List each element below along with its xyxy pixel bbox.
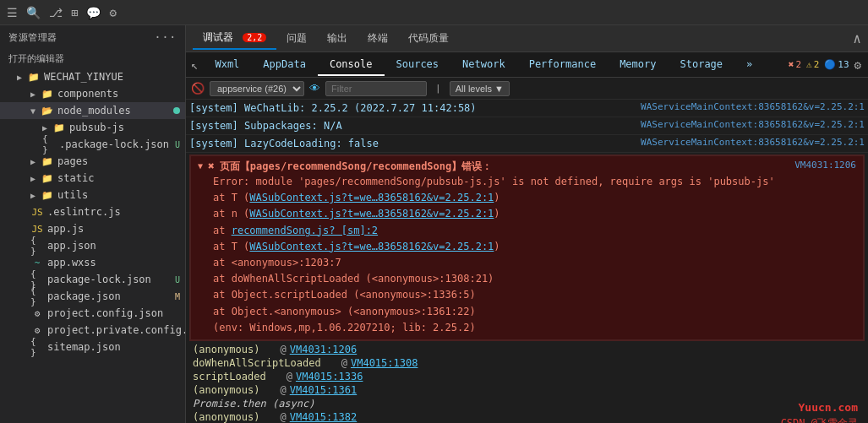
tab-code-quality[interactable]: 代码质量 bbox=[398, 28, 459, 49]
error-link[interactable]: WASubContext.js?t=we…83658162&v=2.25.2:1 bbox=[249, 208, 494, 220]
tab-terminal[interactable]: 终端 bbox=[358, 28, 398, 49]
block-icon[interactable]: 🚫 bbox=[191, 82, 205, 95]
error-link[interactable]: recommendSong.js? [sm]:2 bbox=[232, 225, 378, 236]
tab-sources[interactable]: Sources bbox=[385, 54, 451, 76]
log-text: [system] WeChatLib: 2.25.2 (2022.7.27 11… bbox=[189, 100, 477, 116]
tab-appdata[interactable]: AppData bbox=[251, 54, 318, 76]
console-output: [system] WeChatLib: 2.25.2 (2022.7.27 11… bbox=[186, 100, 868, 423]
error-link[interactable]: WASubContext.js?t=we…83658162&v=2.25.2:1 bbox=[249, 192, 494, 203]
sidebar-item-static[interactable]: ▶ 📁 static bbox=[0, 170, 185, 187]
stack-link[interactable]: VM4015:1308 bbox=[351, 357, 418, 369]
sidebar-item-utils[interactable]: ▶ 📁 utils bbox=[0, 187, 185, 203]
arrow-icon: ▶ bbox=[30, 191, 35, 200]
log-source[interactable]: WAServiceMainContext:83658162&v=2.25.2:1 bbox=[641, 136, 865, 150]
promise-text: Promise.then (async) bbox=[193, 398, 315, 409]
error-count-badge: ✖ 2 bbox=[789, 59, 801, 70]
stack-link[interactable]: VM4015:1336 bbox=[296, 371, 363, 382]
sidebar-item-label: package.json bbox=[47, 290, 172, 302]
tab-debugger[interactable]: 调试器 2,2 bbox=[193, 27, 276, 50]
gear-icon[interactable]: ⚙ bbox=[854, 58, 861, 72]
sidebar-item-eslint[interactable]: JS .eslintrc.js bbox=[0, 203, 185, 220]
error-line-8: at Object.<anonymous> (<anonymous>:1361:… bbox=[213, 304, 856, 320]
tab-console[interactable]: Console bbox=[318, 54, 385, 76]
sidebar-item-appjs[interactable]: JS app.js bbox=[0, 220, 185, 237]
log-source[interactable]: WAServiceMainContext:83658162&v=2.25.2:1 bbox=[641, 100, 865, 115]
folder-open-icon: 📂 bbox=[41, 104, 54, 117]
sidebar-dots[interactable]: ··· bbox=[154, 30, 177, 44]
branch-icon[interactable]: ⎇ bbox=[49, 6, 63, 19]
sidebar-item-project-config[interactable]: ⚙ project.config.json bbox=[0, 305, 185, 322]
stack-fn: doWhenAllScriptLoaded bbox=[193, 357, 321, 369]
all-levels-dropdown[interactable]: All levels ▼ bbox=[450, 81, 510, 96]
log-source[interactable]: WAServiceMainContext:83658162&v=2.25.2:1 bbox=[641, 118, 865, 133]
search-top-icon[interactable]: 🔍 bbox=[26, 6, 41, 19]
error-body: Error: module 'pages/recommendSong/pubsu… bbox=[198, 174, 856, 336]
filter-input[interactable] bbox=[325, 81, 427, 96]
stack-line: (anonymous) @ VM4031:1206 bbox=[186, 343, 868, 356]
arrow-icon: ▶ bbox=[30, 174, 35, 183]
js-icon: JS bbox=[30, 222, 44, 236]
sidebar-item-package-lock[interactable]: { } package-lock.json U bbox=[0, 271, 185, 288]
sidebar-item-pubsub[interactable]: ▶ 📁 pubsub-js bbox=[0, 119, 185, 136]
stack-at: @ bbox=[280, 384, 286, 396]
stack-line: (anonymous) @ VM4015:1382 bbox=[186, 410, 868, 423]
stack-link[interactable]: VM4015:1382 bbox=[290, 411, 357, 423]
expand-icon[interactable]: ▼ bbox=[198, 161, 203, 171]
error-source[interactable]: VM4031:1206 bbox=[794, 160, 856, 171]
tab-output[interactable]: 输出 bbox=[317, 28, 358, 49]
appservice-row: 🚫 appservice (#26) 👁 | All levels ▼ bbox=[186, 78, 868, 100]
log-line: [system] Subpackages: N/A WAServiceMainC… bbox=[186, 117, 868, 135]
sidebar-item-components[interactable]: ▶ 📁 components bbox=[0, 85, 185, 102]
settings-top-icon[interactable]: ⚙ bbox=[109, 6, 116, 19]
json-icon: ⚙ bbox=[30, 323, 44, 337]
sidebar-item-label: app.json bbox=[47, 240, 180, 252]
stack-fn: (anonymous) bbox=[193, 411, 259, 423]
top-bar: ☰ 🔍 ⎇ ⊞ 💬 ⚙ bbox=[0, 0, 868, 25]
sidebar-item-label: pubsub-js bbox=[69, 122, 180, 133]
error-env: (env: Windows,mp,1.06.2207210; lib: 2.25… bbox=[213, 320, 856, 336]
sidebar-item-appjson[interactable]: { } app.json bbox=[0, 237, 185, 254]
json-icon: { } bbox=[42, 138, 56, 151]
eye-icon[interactable]: 👁 bbox=[309, 82, 320, 95]
chevron-up-icon[interactable]: ∧ bbox=[853, 30, 861, 46]
badge-u: U bbox=[175, 140, 180, 149]
stack-link[interactable]: VM4031:1206 bbox=[290, 344, 357, 355]
tab-performance[interactable]: Performance bbox=[517, 54, 608, 76]
tab-memory[interactable]: Memory bbox=[608, 54, 668, 76]
tab-network[interactable]: Network bbox=[450, 54, 517, 76]
devtools-panel: 调试器 2,2 问题 输出 终端 代码质量 ∧ bbox=[186, 25, 868, 423]
error-header: ▼ ✖ 页面【pages/recommendSong/recommendSong… bbox=[198, 160, 856, 174]
grid-icon[interactable]: ⊞ bbox=[71, 6, 78, 19]
sidebar-project-root[interactable]: ▶ 📁 WECHAT_YINYUE bbox=[0, 68, 185, 85]
appservice-select[interactable]: appservice (#26) bbox=[210, 81, 304, 96]
open-editors-label[interactable]: 打开的编辑器 bbox=[0, 49, 185, 68]
json-icon: { } bbox=[30, 239, 44, 252]
sidebar-item-label: static bbox=[57, 172, 180, 184]
sidebar-header: 资源管理器 ··· bbox=[0, 25, 185, 49]
filter-separator: | bbox=[432, 83, 445, 94]
cursor-icon[interactable]: ↖ bbox=[186, 58, 203, 72]
sidebar-item-appwxss[interactable]: ~ app.wxss bbox=[0, 254, 185, 271]
sidebar-item-label: package-lock.json bbox=[47, 274, 172, 285]
sidebar-item-package-json[interactable]: { } package.json M bbox=[0, 288, 185, 305]
sidebar-item-package-lock-inner[interactable]: { } .package-lock.json U bbox=[0, 136, 185, 153]
sidebar-item-sitemap[interactable]: { } sitemap.json bbox=[0, 339, 185, 355]
stack-fn: (anonymous) bbox=[193, 384, 259, 396]
tab-more[interactable]: » bbox=[734, 54, 764, 76]
tab-wxml[interactable]: Wxml bbox=[203, 54, 251, 76]
tab-storage[interactable]: Storage bbox=[669, 54, 735, 76]
sidebar-item-node-modules[interactable]: ▼ 📂 node_modules bbox=[0, 102, 185, 119]
info-count-badge: 🔵 13 bbox=[824, 59, 849, 70]
hamburger-icon[interactable]: ☰ bbox=[7, 6, 18, 19]
sidebar-item-project-private[interactable]: ⚙ project.private.config.json bbox=[0, 322, 185, 339]
tab-issues[interactable]: 问题 bbox=[276, 28, 317, 49]
comment-icon[interactable]: 💬 bbox=[86, 6, 101, 19]
stack-fn: scriptLoaded bbox=[193, 371, 266, 382]
error-link[interactable]: WASubContext.js?t=we…83658162&v=2.25.2:1 bbox=[249, 241, 494, 252]
sidebar-item-pages[interactable]: ▶ 📁 pages bbox=[0, 153, 185, 170]
stack-link[interactable]: VM4015:1361 bbox=[290, 384, 357, 396]
sidebar-item-label: .eslintrc.js bbox=[47, 206, 180, 218]
arrow-down-icon: ▼ bbox=[30, 106, 35, 116]
error-line-7: at Object.scriptLoaded (<anonymous>:1336… bbox=[213, 287, 856, 303]
error-line-3: at recommendSong.js? [sm]:2 bbox=[213, 223, 856, 239]
